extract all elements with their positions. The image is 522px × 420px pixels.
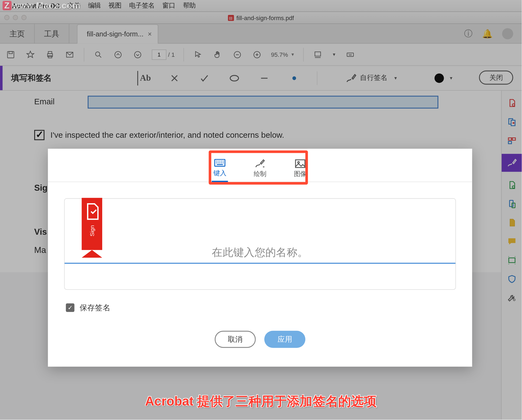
sign-ribbon: Sign xyxy=(82,198,102,250)
tutorial-caption: Acrobat 提供了三种用于添加签名的选项 xyxy=(0,393,522,410)
svg-point-28 xyxy=(298,162,299,163)
svg-rect-27 xyxy=(296,160,305,167)
cancel-button[interactable]: 取消 xyxy=(215,331,256,348)
dialog-tab-type[interactable]: 键入 xyxy=(208,159,231,178)
dialog-tab-draw-label: 绘制 xyxy=(254,170,266,178)
dialog-tabs: 键入 绘制 图像 xyxy=(48,149,472,182)
apply-button[interactable]: 应用 xyxy=(264,331,305,348)
dialog-tab-image-label: 图像 xyxy=(294,170,307,178)
signature-dialog: 键入 绘制 图像 Sign 在此键入您的名称。 ✓ 保存签名 取消 应用 xyxy=(48,149,472,366)
save-signature-checkbox[interactable]: ✓ xyxy=(66,303,74,312)
signature-line xyxy=(65,263,456,264)
dialog-tab-image[interactable]: 图像 xyxy=(289,159,312,178)
dialog-tab-draw[interactable]: 绘制 xyxy=(248,159,272,178)
dialog-tab-type-label: 键入 xyxy=(213,169,226,177)
signature-placeholder: 在此键入您的名称。 xyxy=(65,245,456,259)
save-signature-label: 保存签名 xyxy=(80,303,110,313)
signature-input-area[interactable]: Sign 在此键入您的名称。 xyxy=(64,198,456,290)
